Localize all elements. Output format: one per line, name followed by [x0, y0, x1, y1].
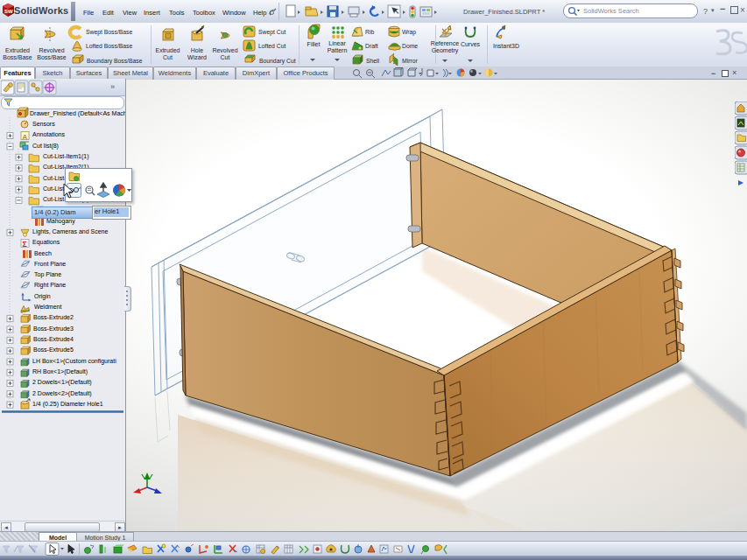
svg-text:SW: SW: [4, 9, 13, 14]
